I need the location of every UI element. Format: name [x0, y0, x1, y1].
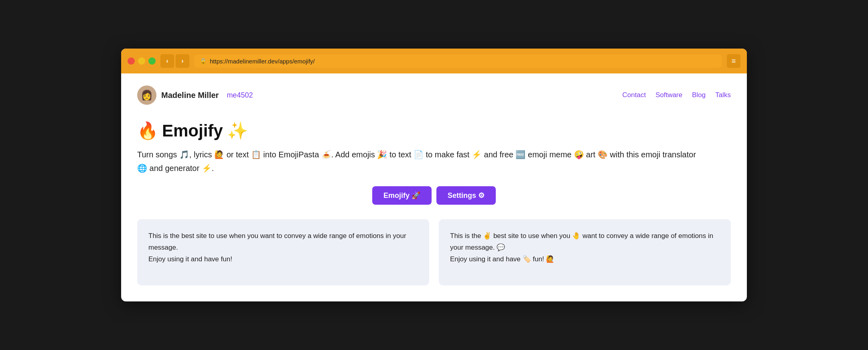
site-header: 👩 Madeline Miller me4502 Contact Softwar…: [137, 81, 731, 111]
site-identity: 👩 Madeline Miller me4502: [137, 85, 253, 105]
nav-contact[interactable]: Contact: [623, 91, 646, 99]
avatar: 👩: [137, 85, 156, 105]
card-right: This is the ✌️ best site to use when you…: [439, 219, 731, 285]
title-sparkle-emoji: ✨: [227, 121, 248, 140]
card-left-text: This is the best site to use when you wa…: [148, 232, 406, 263]
site-handle[interactable]: me4502: [227, 91, 253, 100]
card-left: This is the best site to use when you wa…: [137, 219, 429, 285]
card-right-text: This is the ✌️ best site to use when you…: [450, 232, 713, 263]
title-fire-emoji: 🔥: [137, 121, 158, 140]
traffic-light-green[interactable]: [148, 57, 156, 65]
browser-chrome: ‹ › 🔒 https://madelinemiller.dev/apps/em…: [121, 49, 747, 73]
nav-talks[interactable]: Talks: [715, 91, 731, 99]
nav-software[interactable]: Software: [655, 91, 682, 99]
back-button[interactable]: ‹: [160, 54, 174, 68]
site-name: Madeline Miller: [161, 91, 219, 100]
nav-buttons: ‹ ›: [160, 54, 189, 68]
site-nav: Contact Software Blog Talks: [623, 91, 731, 99]
page-content: 👩 Madeline Miller me4502 Contact Softwar…: [121, 73, 747, 301]
url-text: https://madelinemiller.dev/apps/emojify/: [210, 58, 315, 65]
browser-window: ‹ › 🔒 https://madelinemiller.dev/apps/em…: [121, 49, 747, 301]
traffic-light-yellow[interactable]: [138, 57, 145, 65]
forward-button[interactable]: ›: [176, 54, 189, 68]
lock-icon: 🔒: [200, 58, 207, 64]
cards-row: This is the best site to use when you wa…: [137, 219, 731, 285]
page-title: 🔥 Emojify ✨: [137, 121, 731, 140]
page-description: Turn songs 🎵, lyrics 🙋 or text 📋 into Em…: [137, 148, 699, 175]
nav-blog[interactable]: Blog: [692, 91, 706, 99]
main-content: 🔥 Emojify ✨ Turn songs 🎵, lyrics 🙋 or te…: [137, 111, 731, 285]
menu-button[interactable]: ≡: [727, 54, 740, 68]
traffic-lights: [128, 57, 156, 65]
title-text: Emojify: [162, 121, 223, 140]
action-buttons: Emojify 🚀 Settings ⚙: [137, 186, 731, 205]
settings-button[interactable]: Settings ⚙: [436, 186, 496, 205]
emojify-button[interactable]: Emojify 🚀: [372, 186, 432, 205]
address-bar[interactable]: 🔒 https://madelinemiller.dev/apps/emojif…: [194, 55, 722, 68]
traffic-light-red[interactable]: [128, 57, 135, 65]
